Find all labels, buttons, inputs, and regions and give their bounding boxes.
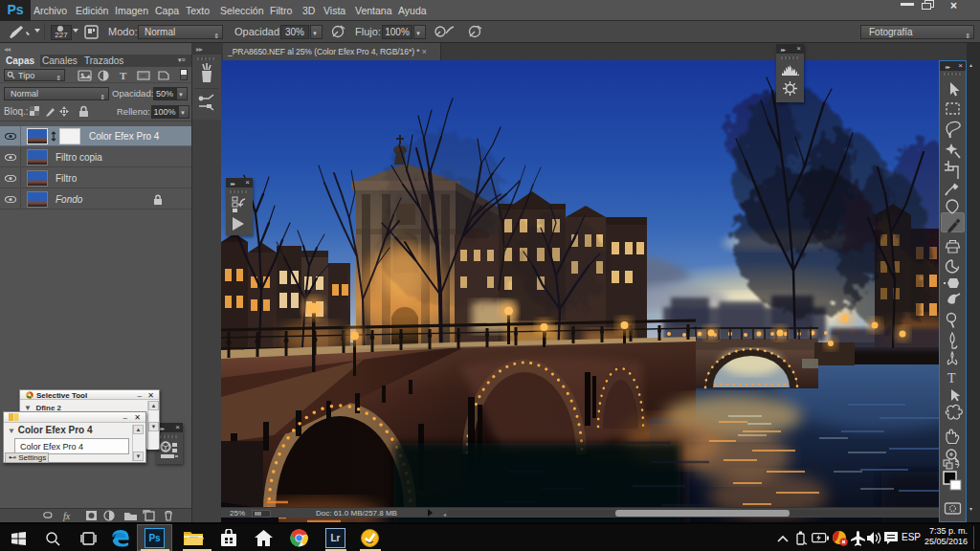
svg-text:T: T	[120, 70, 127, 81]
svg-text:T: T	[947, 371, 956, 386]
svg-text:fx: fx	[63, 511, 71, 521]
